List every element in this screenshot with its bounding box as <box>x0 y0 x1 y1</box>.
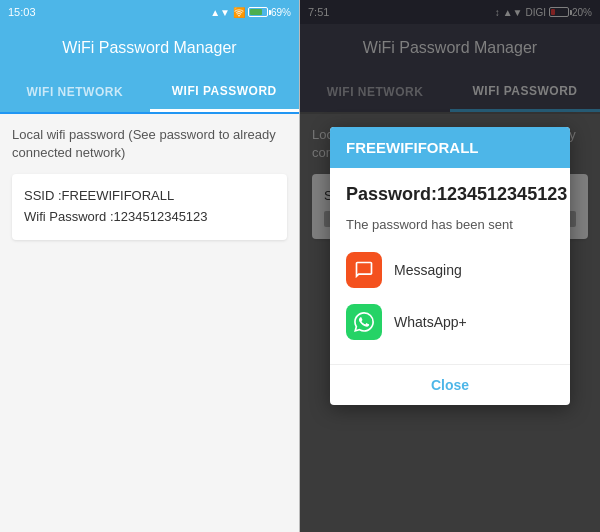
messaging-label: Messaging <box>394 262 462 278</box>
dialog-sent-text: The password has been sent <box>346 217 554 232</box>
dialog-overlay: FREEWIFIFORALL Password:1234512345123 Th… <box>300 0 600 532</box>
dialog-close-button[interactable]: Close <box>330 365 570 405</box>
dialog-title: FREEWIFIFORALL <box>330 127 570 168</box>
app-header-left: WiFi Password Manager <box>0 24 299 72</box>
signal-icon-left: ▲▼ <box>210 7 230 18</box>
ssid-label-left: SSID :FREEWIFIFORALL <box>24 186 275 207</box>
messaging-icon <box>346 252 382 288</box>
network-card-left: SSID :FREEWIFIFORALL Wifi Password :1234… <box>12 174 287 240</box>
dialog-password: Password:1234512345123 <box>346 184 554 205</box>
app-title-left: WiFi Password Manager <box>62 39 236 57</box>
tab-wifi-network-left[interactable]: WIFI NETWORK <box>0 72 150 112</box>
description-left: Local wifi password (See password to alr… <box>12 126 287 162</box>
share-option-messaging[interactable]: Messaging <box>346 244 554 296</box>
tab-wifi-password-left[interactable]: WIFI PASSWORD <box>150 72 300 112</box>
dialog-body: Password:1234512345123 The password has … <box>330 168 570 364</box>
share-option-whatsapp[interactable]: WhatsApp+ <box>346 296 554 348</box>
status-time-left: 15:03 <box>8 6 36 18</box>
phone-left: 15:03 ▲▼ 🛜 69% WiFi Password Manager WIF… <box>0 0 300 532</box>
wifi-icon-left: 🛜 <box>233 7 245 18</box>
battery-icon-left <box>248 7 268 17</box>
whatsapp-label: WhatsApp+ <box>394 314 467 330</box>
battery-percent-left: 69% <box>271 7 291 18</box>
dialog-footer: Close <box>330 364 570 405</box>
whatsapp-icon <box>346 304 382 340</box>
tabs-left: WIFI NETWORK WIFI PASSWORD <box>0 72 299 114</box>
phone-right: 7:51 ↕ ▲▼ DIGI 20% WiFi Password Manager… <box>300 0 600 532</box>
status-icons-left: ▲▼ 🛜 69% <box>210 7 291 18</box>
share-dialog: FREEWIFIFORALL Password:1234512345123 Th… <box>330 127 570 405</box>
content-left: Local wifi password (See password to alr… <box>0 114 299 532</box>
status-bar-left: 15:03 ▲▼ 🛜 69% <box>0 0 299 24</box>
password-label-left: Wifi Password :1234512345123 <box>24 207 275 228</box>
